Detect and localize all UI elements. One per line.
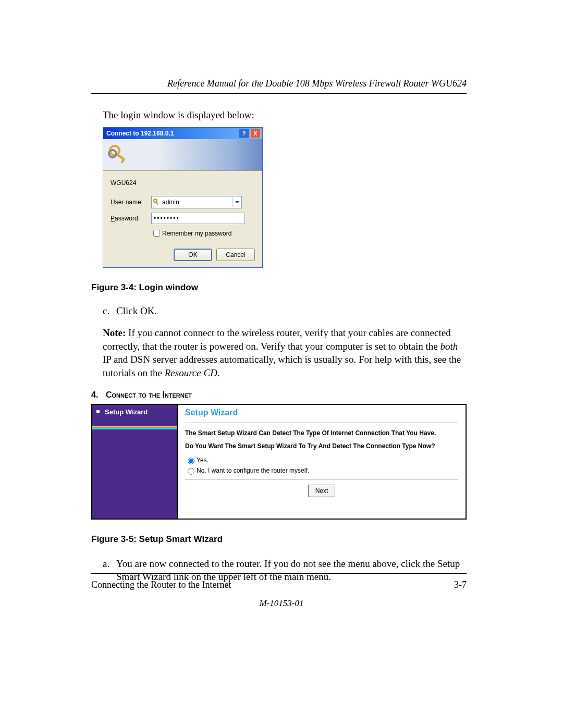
sidebar-item-setup-wizard[interactable]: Setup Wizard <box>92 407 177 417</box>
cancel-button[interactable]: Cancel <box>216 249 255 261</box>
note-paragraph: Note: If you cannot connect to the wirel… <box>103 326 467 380</box>
login-title: Connect to 192.168.0.1 <box>106 130 174 137</box>
username-row: User name: admin <box>111 196 255 208</box>
setup-wizard-screenshot: Setup Wizard Setup Wizard The Smart Setu… <box>91 404 467 520</box>
radio-yes[interactable] <box>188 458 194 464</box>
step-c-text: Click OK. <box>116 305 157 317</box>
figure-3-4-caption: Figure 3-4: Login window <box>91 282 467 293</box>
remember-checkbox[interactable] <box>153 230 160 237</box>
login-titlebar: Connect to 192.168.0.1 ? X <box>103 128 262 139</box>
help-icon[interactable]: ? <box>239 129 249 138</box>
login-buttons: OK Cancel <box>111 249 255 261</box>
close-icon[interactable]: X <box>250 129 261 138</box>
wizard-text-2: Do You Want The Smart Setup Wizard To Tr… <box>185 442 458 451</box>
password-label: Password: <box>111 215 151 222</box>
login-dialog: Connect to 192.168.0.1 ? X WGU624 User n… <box>103 127 263 268</box>
remember-row: Remember my password <box>151 228 255 238</box>
page-header: Reference Manual for the Double 108 Mbps… <box>91 78 467 94</box>
wizard-rule <box>185 423 458 423</box>
wizard-main-panel: Setup Wizard The Smart Setup Wizard Can … <box>178 405 466 519</box>
wizard-text-1: The Smart Setup Wizard Can Detect The Ty… <box>185 429 458 438</box>
doc-id: M-10153-01 <box>0 598 563 609</box>
sidebar-separator <box>92 426 177 428</box>
wizard-sidebar: Setup Wizard <box>92 405 178 519</box>
username-value: admin <box>161 199 232 206</box>
figure-3-5-caption: Figure 3-5: Setup Smart Wizard <box>91 534 467 545</box>
sidebar-item-label: Setup Wizard <box>105 408 148 416</box>
footer-row: Connecting the Router to the Internet 3-… <box>91 579 467 590</box>
wizard-option-no[interactable]: No, I want to configure the router mysel… <box>185 466 458 475</box>
wizard-next-row: Next <box>185 479 458 497</box>
radio-no[interactable] <box>188 468 194 475</box>
page-content: Reference Manual for the Double 108 Mbps… <box>91 78 467 584</box>
bullet-icon <box>96 410 100 413</box>
footer-chapter: Connecting the Router to the Internet <box>91 579 231 590</box>
step-4-heading: 4.Connect to the Internet <box>91 390 467 400</box>
user-icon <box>152 198 161 207</box>
chevron-down-icon[interactable] <box>232 197 241 207</box>
svg-point-4 <box>154 199 157 202</box>
login-banner <box>103 139 262 171</box>
password-input[interactable]: •••••••• <box>151 213 245 224</box>
remember-label: Remember my password <box>162 230 231 237</box>
radio-yes-label: Yes. <box>197 456 209 464</box>
intro-text: The login window is displayed below: <box>103 109 467 121</box>
svg-rect-5 <box>155 202 159 205</box>
wizard-title: Setup Wizard <box>185 408 458 417</box>
username-combo[interactable]: admin <box>151 196 242 208</box>
next-button[interactable]: Next <box>308 485 335 497</box>
radio-no-label: No, I want to configure the router mysel… <box>197 467 309 474</box>
step-c-marker: c. <box>103 305 116 317</box>
ok-button[interactable]: OK <box>174 249 212 261</box>
login-host: WGU624 <box>111 179 255 187</box>
password-row: Password: •••••••• <box>111 213 255 224</box>
keys-icon <box>107 143 130 166</box>
wizard-option-yes[interactable]: Yes. <box>185 456 458 464</box>
footer-rule <box>91 573 467 574</box>
username-label: User name: <box>111 199 151 206</box>
step-c: c. Click OK. <box>103 305 467 317</box>
footer-page-number: 3-7 <box>454 579 467 590</box>
login-body: WGU624 User name: admin Pas <box>103 171 262 267</box>
